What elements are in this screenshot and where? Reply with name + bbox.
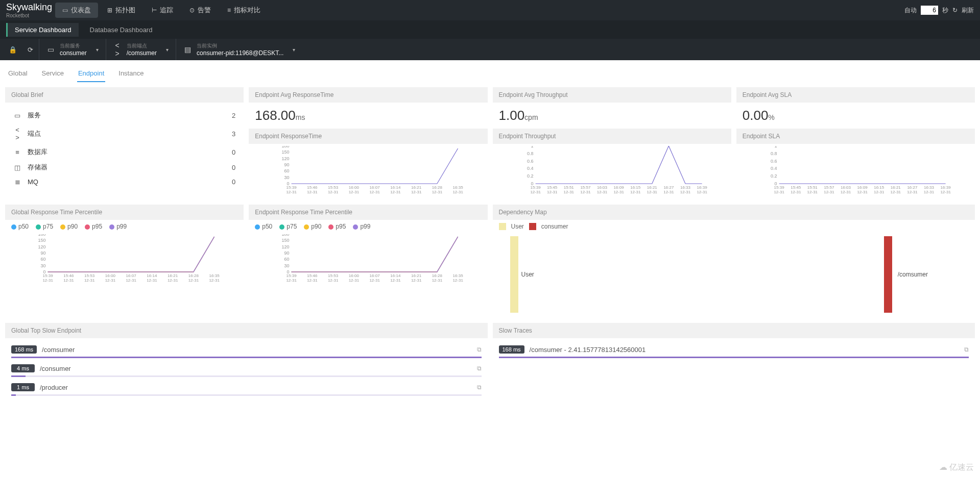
chevron-down-icon: ▾ <box>293 47 295 53</box>
scope-tab-global[interactable]: Global <box>7 65 29 82</box>
endpoint-selector[interactable]: < > 当前端点 /comsumer ▾ <box>106 39 176 60</box>
copy-icon[interactable]: ⧉ <box>477 365 482 372</box>
slow-row[interactable]: 168 ms /comsumer ⧉ <box>11 343 482 358</box>
refresh-label[interactable]: 刷新 <box>962 6 974 15</box>
refresh-icon[interactable]: ↻ <box>952 7 958 14</box>
brief-row: < >端点3 <box>11 123 237 144</box>
tab-database-dashboard[interactable]: Database Dashboard <box>83 23 160 37</box>
legend-item: p50 <box>11 223 29 230</box>
latency-badge: 4 ms <box>11 364 35 372</box>
svg-text:16:28: 16:28 <box>188 273 199 278</box>
svg-text:12-31: 12-31 <box>147 278 157 283</box>
svg-text:15:45: 15:45 <box>791 185 801 190</box>
svg-text:12-31: 12-31 <box>168 278 178 283</box>
panel-dependency-map: Dependency Map User consumer User /comsu… <box>493 205 975 318</box>
svg-text:16:07: 16:07 <box>370 185 380 190</box>
svg-text:12-31: 12-31 <box>453 190 464 194</box>
chart-endpoint-responsetime: 030609012015018015:3912-3115:4612-3115:5… <box>253 146 483 196</box>
svg-text:12-31: 12-31 <box>328 190 339 194</box>
svg-text:16:21: 16:21 <box>647 185 657 190</box>
brief-icon: < > <box>13 126 21 141</box>
svg-text:12-31: 12-31 <box>663 190 674 194</box>
nav-icon: ⊞ <box>107 7 112 14</box>
svg-text:0.8: 0.8 <box>527 151 534 156</box>
dep-bar-user <box>510 236 518 313</box>
svg-text:16:00: 16:00 <box>349 273 360 278</box>
svg-text:0.4: 0.4 <box>771 166 777 171</box>
scope-tab-instance[interactable]: Instance <box>117 65 145 82</box>
slow-row[interactable]: 168 ms /comsumer - 2.41.1577781314256000… <box>499 343 969 358</box>
svg-text:15:51: 15:51 <box>563 185 574 190</box>
svg-text:15:46: 15:46 <box>63 273 74 278</box>
auto-unit: 秒 <box>942 6 948 15</box>
nav-0[interactable]: ▭仪表盘 <box>55 3 98 18</box>
nav-4[interactable]: ≡指标对比 <box>220 3 268 18</box>
svg-text:16:00: 16:00 <box>105 273 116 278</box>
svg-text:12-31: 12-31 <box>126 278 136 283</box>
nav-icon: ▭ <box>62 7 68 14</box>
svg-text:15:39: 15:39 <box>286 273 297 278</box>
copy-icon[interactable]: ⧉ <box>477 346 482 353</box>
svg-text:12-31: 12-31 <box>647 190 657 194</box>
svg-text:16:07: 16:07 <box>370 273 380 278</box>
svg-text:15:39: 15:39 <box>530 185 541 190</box>
svg-text:12-31: 12-31 <box>370 278 380 283</box>
tab-service-dashboard[interactable]: Service Dashboard <box>6 23 79 37</box>
percentile-legend: p50p75p90p95p99 <box>249 220 487 232</box>
nav-2[interactable]: ⊢追踪 <box>145 3 180 18</box>
chevron-down-icon: ▾ <box>96 47 99 53</box>
lock-icon[interactable]: 🔒 <box>4 39 21 60</box>
panel-avg-throughput: Endpoint Avg Throughput 1.00cpm Endpoint… <box>493 87 731 199</box>
svg-text:16:28: 16:28 <box>432 185 443 190</box>
svg-text:12-31: 12-31 <box>857 190 868 194</box>
brief-row: ◫存储器0 <box>11 160 237 175</box>
svg-text:12-31: 12-31 <box>680 190 690 194</box>
instance-selector[interactable]: ▤ 当前实例 consumer-pid:11968@DESKT... ▾ <box>176 39 302 60</box>
svg-text:16:21: 16:21 <box>411 185 422 190</box>
panel-endpoint-percentile: Endpoint Response Time Percentile p50p75… <box>249 205 487 318</box>
brief-icon: ▭ <box>13 112 21 119</box>
service-selector[interactable]: ▭ 当前服务 consumer ▾ <box>39 39 106 60</box>
svg-text:150: 150 <box>282 149 290 155</box>
legend-item: p90 <box>304 223 321 230</box>
nav-icon: ⊙ <box>189 7 195 14</box>
svg-text:12-31: 12-31 <box>824 190 834 194</box>
sync-icon[interactable]: ⟳ <box>21 39 39 60</box>
nav-icon: ⊢ <box>152 7 157 14</box>
legend-item: p99 <box>353 223 370 230</box>
svg-text:16:28: 16:28 <box>432 273 443 278</box>
nav-3[interactable]: ⊙告警 <box>182 3 218 18</box>
svg-text:12-31: 12-31 <box>286 190 297 194</box>
svg-text:16:39: 16:39 <box>697 185 707 190</box>
scope-tab-endpoint[interactable]: Endpoint <box>77 65 105 82</box>
auto-seconds-input[interactable] <box>921 6 938 15</box>
svg-text:90: 90 <box>284 250 290 256</box>
svg-text:15:53: 15:53 <box>328 185 339 190</box>
svg-text:0.2: 0.2 <box>527 173 534 179</box>
latency-badge: 168 ms <box>499 345 524 354</box>
scope-tab-service[interactable]: Service <box>41 65 65 82</box>
dep-bar-consumer <box>884 236 892 313</box>
slow-row[interactable]: 4 ms /consumer ⧉ <box>11 362 482 377</box>
panel-global-brief: Global Brief ▭服务2< >端点3≡数据库0◫存储器0≣MQ0 <box>5 87 244 199</box>
panel-global-percentile: Global Response Time Percentile p50p75p9… <box>5 205 244 318</box>
svg-text:0.6: 0.6 <box>527 159 534 164</box>
copy-icon[interactable]: ⧉ <box>477 384 482 391</box>
svg-text:16:14: 16:14 <box>147 273 157 278</box>
svg-text:12-31: 12-31 <box>530 190 541 194</box>
panel-avg-sla: Endpoint Avg SLA 0.00% Endpoint SLA 00.2… <box>736 87 975 199</box>
svg-text:12-31: 12-31 <box>286 278 297 283</box>
copy-icon[interactable]: ⧉ <box>964 346 969 353</box>
svg-text:180: 180 <box>282 234 290 237</box>
panel-slow-traces: Slow Traces 168 ms /comsumer - 2.41.1577… <box>493 323 975 405</box>
svg-text:12-31: 12-31 <box>349 278 360 283</box>
svg-text:1: 1 <box>774 146 777 148</box>
dependency-map-canvas[interactable]: User /comsumer <box>499 236 969 313</box>
svg-text:15:57: 15:57 <box>824 185 834 190</box>
nav-1[interactable]: ⊞拓扑图 <box>100 3 142 18</box>
svg-text:12-31: 12-31 <box>924 190 935 194</box>
svg-text:16:33: 16:33 <box>924 185 935 190</box>
svg-text:15:39: 15:39 <box>774 185 784 190</box>
svg-text:12-31: 12-31 <box>370 190 380 194</box>
slow-row[interactable]: 1 ms /producer ⧉ <box>11 381 482 396</box>
